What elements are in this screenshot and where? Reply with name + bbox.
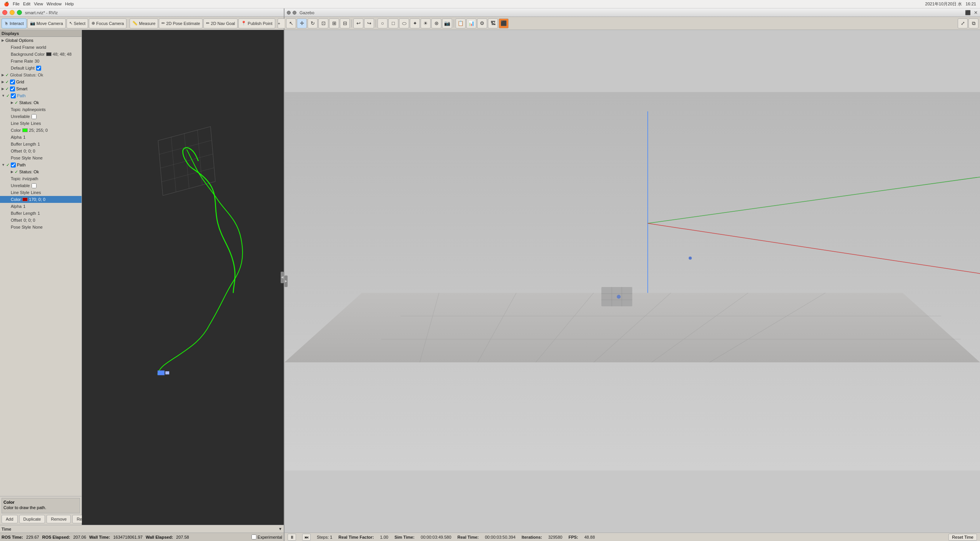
maximize-button[interactable] xyxy=(17,10,22,15)
path1-unreliable-checkbox[interactable] xyxy=(32,114,37,119)
path2-posestyle-item[interactable]: Pose Style None xyxy=(0,224,82,231)
measure-button[interactable]: 📏 Measure xyxy=(130,18,158,28)
gz-step-btn[interactable]: ⏭ xyxy=(302,534,311,541)
gz-snap-btn[interactable]: ⊞ xyxy=(329,18,339,28)
gz-detach-btn[interactable]: ⧉ xyxy=(968,18,978,28)
pose-estimate-button[interactable]: ✏ 2D Pose Estimate xyxy=(159,18,203,28)
gz-box-btn[interactable]: □ xyxy=(388,18,398,28)
gazebo-window-controls[interactable] xyxy=(287,11,296,15)
gz-screenshot-btn[interactable]: 📷 xyxy=(442,18,452,28)
smart-checkbox[interactable] xyxy=(10,86,15,91)
smart-check: ✓ xyxy=(5,86,9,92)
focus-camera-button[interactable]: ⊕ Focus Camera xyxy=(89,18,126,28)
smart-item[interactable]: ▶ ✓ Smart xyxy=(0,85,82,92)
status-expand-arrow[interactable]: ▼ xyxy=(278,527,282,531)
gz-undo-btn[interactable]: ↩ xyxy=(353,18,363,28)
gz-log-btn[interactable]: 📋 xyxy=(456,18,466,28)
path2-topic-value: /rvizpath xyxy=(22,176,38,182)
app-menu-text: 🍎 File Edit View Window Help xyxy=(4,2,74,7)
path2-offset-item[interactable]: Offset 0; 0; 0 xyxy=(0,217,82,224)
gz-plot-btn[interactable]: 📊 xyxy=(466,18,476,28)
path1-color-swatch[interactable] xyxy=(22,128,28,132)
rviz-window-title: smart.rviz* - RVIz xyxy=(25,10,58,15)
gz-redo-btn[interactable]: ↪ xyxy=(364,18,374,28)
path2-checkbox[interactable] xyxy=(11,163,16,168)
interact-button[interactable]: 🖱 Interact xyxy=(2,18,27,28)
gazebo-tl-2[interactable] xyxy=(293,11,296,15)
gz-select-btn[interactable]: ↖ xyxy=(286,18,296,28)
path1-unreliable-item[interactable]: Unreliable xyxy=(0,113,82,120)
gz-translate-btn[interactable]: ✛ xyxy=(297,18,307,28)
gz-dirlight-btn[interactable]: ☀ xyxy=(421,18,431,28)
grid-item[interactable]: ▶ ✓ Grid xyxy=(0,78,82,85)
close-button[interactable] xyxy=(2,10,7,15)
gz-cylinder-btn[interactable]: ⬭ xyxy=(399,18,409,28)
gazebo-resize-handle[interactable]: ▶ xyxy=(285,275,288,287)
path1-checkbox[interactable] xyxy=(11,93,16,98)
gazebo-tl-1[interactable] xyxy=(287,11,291,15)
path2-color-item[interactable]: Color 170; 0; 0 xyxy=(0,196,82,203)
gz-scale-btn[interactable]: ⊡ xyxy=(318,18,328,28)
path2-status-icon: ✓ xyxy=(15,169,18,175)
path2-color-swatch[interactable] xyxy=(22,197,28,201)
displays-tree[interactable]: ▶ Global Options Fixed Frame world Backg… xyxy=(0,37,82,496)
remove-button[interactable]: Remove xyxy=(47,515,71,523)
experimental-checkbox[interactable] xyxy=(251,534,256,539)
gz-orange-btn[interactable]: ⬛ xyxy=(499,18,509,28)
gz-realtime-label: Real Time: xyxy=(458,535,479,539)
gz-joint-btn[interactable]: ⚙ xyxy=(477,18,487,28)
gz-model-btn[interactable]: 🏗 xyxy=(488,18,498,28)
gz-reset-time-btn[interactable]: Reset Time xyxy=(948,534,977,541)
path1-linestyle-item[interactable]: Line Style Lines xyxy=(0,120,82,127)
path1-buffer-item[interactable]: Buffer Length 1 xyxy=(0,141,82,148)
default-light-item[interactable]: Default Light xyxy=(0,65,82,71)
wall-elapsed-label: Wall Elapsed: xyxy=(146,535,173,539)
gazebo-viewport[interactable]: ▶ xyxy=(285,30,980,533)
gz-sphere-btn[interactable]: ○ xyxy=(378,18,388,28)
rviz-viewport[interactable]: ◀ xyxy=(82,30,284,525)
gz-align-btn[interactable]: ⊟ xyxy=(340,18,350,28)
move-camera-button[interactable]: 📷 Move Camera xyxy=(27,18,66,28)
gz-rotate-btn[interactable]: ↻ xyxy=(308,18,318,28)
frame-rate-item[interactable]: Frame Rate 30 xyxy=(0,58,82,65)
global-status-item[interactable]: ▶ ✓ Global Status: Ok xyxy=(0,71,82,78)
path2-item[interactable]: ▼ ✓ Path xyxy=(0,161,82,168)
background-color-item[interactable]: Background Color 48; 48; 48 xyxy=(0,51,82,58)
duplicate-button[interactable]: Duplicate xyxy=(19,515,45,523)
wall-elapsed-value: 207.58 xyxy=(176,535,189,539)
path2-topic-item[interactable]: Topic /rvizpath xyxy=(0,175,82,182)
window-controls[interactable] xyxy=(2,10,22,15)
gz-spotlight-btn[interactable]: ⊛ xyxy=(431,18,441,28)
experimental-container[interactable]: Experimental xyxy=(251,534,282,539)
path2-unreliable-item[interactable]: Unreliable xyxy=(0,182,82,189)
global-options-item[interactable]: ▶ Global Options xyxy=(0,37,82,44)
path2-alpha-item[interactable]: Alpha 1 xyxy=(0,203,82,210)
path1-item[interactable]: ▼ ✓ Path xyxy=(0,92,82,99)
nav-goal-button[interactable]: ✏ 2D Nav Goal xyxy=(203,18,238,28)
select-button[interactable]: ↖ Select xyxy=(67,18,88,28)
gz-play-pause-btn[interactable]: ⏸ xyxy=(288,534,296,541)
path1-topic-item[interactable]: Topic /splinepoints xyxy=(0,106,82,113)
path2-buffer-item[interactable]: Buffer Length 1 xyxy=(0,210,82,217)
grid-checkbox[interactable] xyxy=(10,80,15,85)
resize-handle[interactable]: ◀ xyxy=(281,272,284,283)
gazebo-expand-icon[interactable]: ⬛ xyxy=(965,10,971,15)
gazebo-close-icon[interactable]: ✕ xyxy=(974,10,978,15)
gz-pointlight-btn[interactable]: ✦ xyxy=(410,18,420,28)
publish-point-button[interactable]: 📍 Publish Point xyxy=(238,18,275,28)
path1-color-item[interactable]: Color 25; 255; 0 xyxy=(0,127,82,134)
rviz-status-bar: Time ▼ xyxy=(0,525,284,533)
default-light-checkbox[interactable] xyxy=(36,66,41,71)
svg-line-4 xyxy=(171,137,176,192)
fixed-frame-item[interactable]: Fixed Frame world xyxy=(0,44,82,51)
path1-posestyle-item[interactable]: Pose Style None xyxy=(0,154,82,161)
path1-alpha-item[interactable]: Alpha 1 xyxy=(0,134,82,141)
path1-offset-item[interactable]: Offset 0; 0; 0 xyxy=(0,148,82,154)
path2-color-value: 170; 0; 0 xyxy=(29,196,45,202)
minimize-button[interactable] xyxy=(10,10,15,15)
path2-linestyle-item[interactable]: Line Style Lines xyxy=(0,189,82,196)
path2-unreliable-checkbox[interactable] xyxy=(32,183,37,188)
path1-linestyle-label: Line Style xyxy=(11,120,29,126)
gz-fullscreen-btn[interactable]: ⤢ xyxy=(958,18,968,28)
add-button[interactable]: Add xyxy=(2,515,18,523)
